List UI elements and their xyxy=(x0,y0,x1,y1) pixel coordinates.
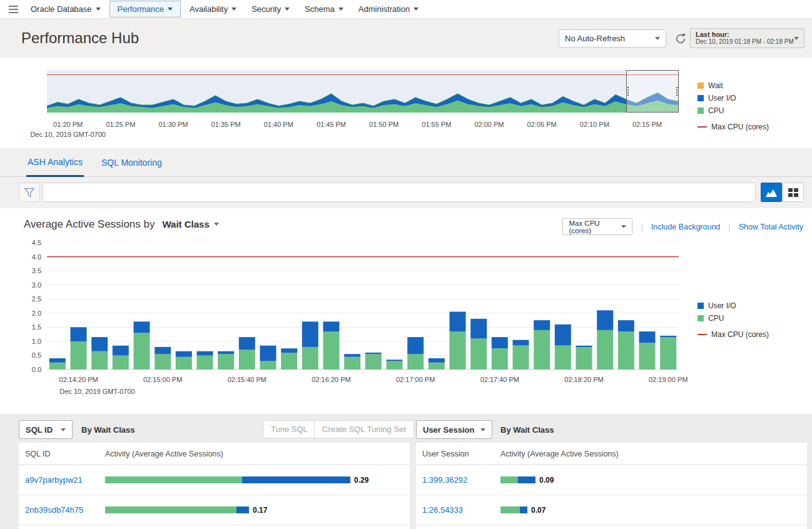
tab-label: SQL Monitoring xyxy=(101,158,162,168)
x-tick-label: 01:25 PM xyxy=(106,121,135,128)
tab-ash-analytics[interactable]: ASH Analytics xyxy=(26,148,84,177)
legend-item-max-cpu-cores-: Max CPU (cores) xyxy=(698,328,769,341)
nav-item-performance[interactable]: Performance xyxy=(109,1,181,18)
aas-legend: User I/OCPUMax CPU (cores) xyxy=(698,300,769,341)
y-tick-label: 2.5 xyxy=(32,295,41,303)
selection-left-handle[interactable] xyxy=(627,87,629,96)
activity-segment-cpu xyxy=(105,476,242,483)
timeline-legend: WaitUser I/OCPUMax CPU (cores) xyxy=(698,79,769,133)
activity-value: 0.29 xyxy=(354,476,368,485)
page-title: Performance Hub xyxy=(21,29,139,47)
legend-item-cpu: CPU xyxy=(698,312,769,325)
hamburger-glyph xyxy=(9,6,18,13)
x-tick-label: 01:40 PM xyxy=(264,121,293,128)
nav-item-oracle-database[interactable]: Oracle Database xyxy=(23,0,108,18)
activity-bar: 0.07 xyxy=(500,506,546,515)
sql-dimension-select[interactable]: SQL ID xyxy=(19,420,73,439)
column-header-sql-id: SQL ID xyxy=(25,450,51,458)
time-range-value: Dec 10, 2019 01:18 PM - 02:18 PM xyxy=(696,38,794,46)
top-nav: Oracle DatabasePerformanceAvailabilitySe… xyxy=(0,0,812,19)
grid-view-button[interactable] xyxy=(783,183,804,202)
sql-id-link[interactable]: 2nb39sdb74h75 xyxy=(25,505,83,515)
time-range-text: Last hour: Dec 10, 2019 01:18 PM - 02:18… xyxy=(696,31,794,46)
x-tick-label: 02:00 PM xyxy=(474,121,504,128)
activity-segment-cpu xyxy=(105,506,236,513)
time-range-select[interactable]: Last hour: Dec 10, 2019 01:18 PM - 02:18… xyxy=(690,28,804,48)
filter-row xyxy=(0,177,812,208)
session-table-header: User Session Activity (Average Active Se… xyxy=(416,443,807,465)
x-tick-label: 01:55 PM xyxy=(422,121,451,128)
chart-view-button[interactable] xyxy=(761,183,782,202)
aas-bar-chart[interactable] xyxy=(47,243,679,370)
table-row: a9v7parbypw210.29 xyxy=(19,465,410,495)
legend-label: User I/O xyxy=(708,301,736,310)
legend-swatch xyxy=(698,303,704,309)
overlay-select-value: Max CPU (cores) xyxy=(569,219,621,234)
y-tick-label: 4.5 xyxy=(32,239,41,246)
auto-refresh-select[interactable]: No Auto-Refresh xyxy=(559,29,666,48)
y-tick-label: 0.5 xyxy=(32,351,41,359)
separator: | xyxy=(641,222,642,231)
y-tick-label: 0.0 xyxy=(32,366,41,373)
sql-table-header: SQL ID Activity (Average Active Sessions… xyxy=(19,443,410,465)
activity-value: 0.17 xyxy=(253,506,267,515)
table-row: 1:399,362920.09 xyxy=(416,465,807,495)
dimension-value: Wait Class xyxy=(162,219,209,229)
legend-item-user-i-o: User I/O xyxy=(698,92,769,104)
y-tick-label: 3.5 xyxy=(32,267,41,275)
tune-sql-button[interactable]: Tune SQL xyxy=(263,420,316,438)
y-tick-label: 3.0 xyxy=(32,281,41,289)
separator: | xyxy=(728,222,730,231)
auto-refresh-value: No Auto-Refresh xyxy=(565,34,625,43)
nav-item-label: Availability xyxy=(190,4,228,14)
activity-segment-user-io xyxy=(520,506,527,513)
activity-segment-user-io xyxy=(518,476,535,483)
legend-item-user-i-o: User I/O xyxy=(698,300,769,312)
refresh-button[interactable] xyxy=(673,31,688,46)
area-chart-icon xyxy=(766,188,777,197)
nav-item-security[interactable]: Security xyxy=(244,0,297,18)
y-tick-label: 1.0 xyxy=(32,338,41,345)
nav-item-schema[interactable]: Schema xyxy=(297,0,351,18)
timeline-selection-window[interactable] xyxy=(626,70,679,113)
filter-button[interactable] xyxy=(19,183,40,202)
legend-label: Max CPU (cores) xyxy=(711,123,769,131)
nav-item-availability[interactable]: Availability xyxy=(182,0,244,18)
tab-bar: ASH Analytics SQL Monitoring xyxy=(0,148,812,177)
y-tick-label: 2.0 xyxy=(32,310,41,317)
chevron-down-icon xyxy=(96,8,101,11)
chevron-down-icon xyxy=(285,8,290,11)
user-session-link[interactable]: 1:26,54333 xyxy=(422,505,463,515)
menu-icon[interactable] xyxy=(9,6,18,13)
y-tick-label: 1.5 xyxy=(32,323,41,331)
create-sql-tuning-set-button[interactable]: Create SQL Tuning Set xyxy=(314,420,414,438)
selection-right-handle[interactable] xyxy=(676,87,678,96)
refresh-icon xyxy=(674,33,687,45)
legend-label: Wait xyxy=(708,81,723,90)
column-header-activity: Activity (Average Active Sessions) xyxy=(105,450,223,458)
page-header: Performance Hub No Auto-Refresh Last hou… xyxy=(0,19,812,58)
legend-item-max-cpu-cores-: Max CPU (cores) xyxy=(698,121,769,133)
x-tick-label: 02:17:40 PM xyxy=(480,376,519,383)
dimension-select[interactable]: Wait Class xyxy=(162,219,218,229)
activity-value: 0.07 xyxy=(531,506,546,515)
legend-swatch xyxy=(698,83,704,89)
tab-sql-monitoring[interactable]: SQL Monitoring xyxy=(100,148,163,177)
timeline-chart[interactable] xyxy=(47,70,679,113)
nav-item-label: Administration xyxy=(358,4,410,14)
sql-id-link[interactable]: a9v7parbypw21 xyxy=(25,475,83,485)
filter-input[interactable] xyxy=(43,183,756,202)
aas-date-label: Dec 10, 2019 GMT-0700 xyxy=(59,388,134,395)
overlay-select[interactable]: Max CPU (cores) xyxy=(562,218,632,235)
x-tick-label: 02:15:00 PM xyxy=(143,376,182,383)
show-total-activity-link[interactable]: Show Total Activity xyxy=(739,223,803,231)
nav-item-administration[interactable]: Administration xyxy=(351,0,426,18)
detail-section: SQL ID By Wait Class Tune SQL Create SQL… xyxy=(0,414,812,529)
user-session-link[interactable]: 1:399,36292 xyxy=(422,475,467,485)
include-background-link[interactable]: Include Background xyxy=(651,223,721,231)
session-dimension-select[interactable]: User Session xyxy=(416,420,492,439)
chevron-down-icon xyxy=(338,8,343,11)
x-tick-label: 01:35 PM xyxy=(211,121,241,128)
activity-segment-cpu xyxy=(500,506,520,513)
aas-x-axis: 02:14:20 PM02:15:00 PM02:15:40 PM02:16:2… xyxy=(47,376,679,385)
